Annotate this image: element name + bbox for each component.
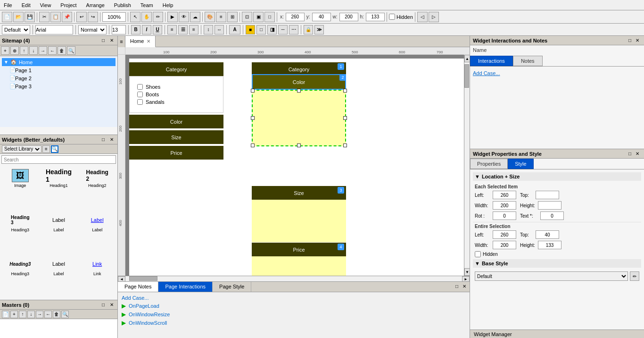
properties-maximize[interactable]: □ (626, 150, 634, 158)
masters-up[interactable]: ↑ (19, 311, 26, 318)
sitemap-page1[interactable]: 📄 Page 1 (2, 66, 116, 74)
copy-btn[interactable]: 📋 (50, 12, 61, 22)
base-style-header[interactable]: ▼ Base Style (473, 259, 641, 268)
masters-close[interactable]: ✕ (108, 301, 116, 309)
menu-help[interactable]: Help (161, 1, 175, 9)
masters-down[interactable]: ↓ (27, 311, 35, 318)
menu-view[interactable]: View (38, 1, 53, 9)
widget-image[interactable]: 🖼 Image (2, 167, 39, 210)
new-btn[interactable]: 📄 (2, 12, 12, 22)
interact-btn[interactable]: ✋ (141, 12, 152, 22)
e-left-input[interactable]: 260 (493, 230, 516, 239)
style-select[interactable]: Normal (78, 25, 107, 34)
fill-btn[interactable]: 🎨 (205, 12, 215, 22)
canvas-scroll-area[interactable]: Category Shoes (125, 55, 464, 276)
bottom-tab-notes[interactable]: Page Notes (118, 281, 158, 292)
hscroll-thumb[interactable] (129, 276, 157, 281)
on-window-scroll-item[interactable]: ▶ OnWindowScroll (122, 319, 466, 327)
menu-edit[interactable]: Edit (20, 1, 33, 9)
sitemap-down[interactable]: ↓ (29, 46, 38, 55)
vscroll-down-btn[interactable]: ▼ (464, 268, 470, 276)
left-size-btn[interactable]: Size (129, 130, 223, 144)
interactions-close[interactable]: ✕ (634, 37, 641, 44)
vscroll-up-btn[interactable]: ▲ (464, 55, 470, 62)
sitemap-page3[interactable]: 📄 Page 3 (2, 82, 116, 90)
boots-checkbox[interactable] (137, 92, 143, 97)
e-height-input[interactable]: 133 (538, 241, 561, 249)
widget-heading3b[interactable]: Heading3 Heading3 (2, 255, 39, 298)
base-style-select[interactable]: Default (475, 271, 628, 281)
right-size-header[interactable]: Size 3 (252, 186, 346, 200)
letter-spacing-btn[interactable]: ↔ (215, 25, 224, 34)
canvas-tab-home-close[interactable]: ✕ (147, 39, 150, 44)
masters-delete[interactable]: 🗑 (53, 311, 60, 318)
back-btn[interactable]: ◁ (417, 12, 428, 22)
sitemap-outdent[interactable]: ← (48, 46, 57, 55)
more2-btn[interactable]: ≫ (314, 25, 324, 34)
sitemap-add-child[interactable]: ⊕ (10, 46, 19, 55)
distribute-btn[interactable]: ⊞ (227, 12, 238, 22)
sitemap-delete[interactable]: 🗑 (58, 46, 66, 55)
masters-right[interactable]: → (36, 311, 43, 318)
vscroll-thumb[interactable] (464, 64, 469, 88)
interactions-tab[interactable]: Interactions (470, 56, 513, 66)
publish-tb-btn[interactable]: ☁ (190, 12, 200, 22)
line-height-btn[interactable]: ↕ (204, 25, 213, 34)
border-style-btn[interactable]: ─ (278, 25, 288, 34)
height-input[interactable] (538, 201, 561, 210)
play-btn[interactable]: ▶ (167, 12, 178, 22)
widget-heading3-text[interactable]: Heading 3 Heading3 (2, 211, 39, 254)
menu-file[interactable]: File (2, 1, 14, 9)
redo-btn[interactable]: ↪ (88, 12, 98, 22)
on-page-load-item[interactable]: ▶ OnPageLoad (122, 302, 466, 310)
bottom-close-btn[interactable]: ✕ (461, 283, 468, 289)
underline-btn[interactable]: U (153, 25, 162, 34)
notes-tab[interactable]: Notes (513, 56, 543, 66)
right-color-header[interactable]: Color 2 (252, 74, 346, 90)
right-price-header[interactable]: Price 4 (252, 243, 346, 256)
default-style-select[interactable]: Default (2, 25, 30, 34)
hidden-checkbox[interactable] (389, 14, 395, 20)
menu-publish[interactable]: Publish (112, 1, 133, 9)
add-case-link[interactable]: Add Case... (122, 294, 466, 302)
e-width-input[interactable]: 200 (493, 241, 516, 249)
left-color-btn[interactable]: Color (129, 115, 223, 128)
bottom-tab-interactions[interactable]: Page Interactions (158, 281, 213, 292)
library-select[interactable]: Select Library (2, 145, 41, 153)
open-btn[interactable]: 📂 (13, 12, 24, 22)
ungroup-btn[interactable]: □ (264, 12, 275, 22)
base-style-edit-btn[interactable]: ✏ (630, 271, 639, 281)
preview-btn[interactable]: 👁 (179, 12, 189, 22)
width-input[interactable]: 200 (493, 201, 516, 210)
widget-label[interactable]: Label Label (41, 211, 77, 254)
bottom-tab-style[interactable]: Page Style (213, 281, 251, 292)
on-window-resize-item[interactable]: ▶ OnWindowResize (122, 310, 466, 319)
widget-heading2-text[interactable]: Heading 2 Heading2 (79, 167, 116, 210)
align-left-btn[interactable]: ≡ (167, 25, 177, 34)
properties-close[interactable]: ✕ (634, 150, 641, 158)
menu-arrange[interactable]: Arrange (84, 1, 107, 9)
bottom-expand-btn[interactable]: □ (454, 283, 460, 289)
align-btn[interactable]: ≡ (216, 12, 226, 22)
sitemap-search[interactable]: 🔍 (67, 46, 75, 55)
sitemap-maximize[interactable]: □ (99, 37, 107, 44)
sitemap-page2[interactable]: 📄 Page 2 (2, 74, 116, 82)
undo-btn[interactable]: ↩ (76, 12, 87, 22)
widgets-maximize[interactable]: □ (99, 136, 107, 144)
group-btn[interactable]: ▣ (253, 12, 264, 22)
sitemap-close[interactable]: ✕ (108, 37, 116, 44)
more-btn[interactable]: ⋯ (289, 25, 298, 34)
widget-link[interactable]: Link Link (79, 255, 116, 298)
fill-color-btn[interactable]: ■ (246, 25, 255, 34)
menu-project[interactable]: Project (58, 1, 78, 9)
masters-add[interactable]: 📄 (2, 311, 9, 318)
paste-btn[interactable]: 📌 (62, 12, 72, 22)
canvas-tab-home[interactable]: Home ✕ (125, 36, 156, 47)
border-color-btn[interactable]: □ (256, 25, 266, 34)
masters-search[interactable]: 🔍 (61, 311, 69, 318)
menu-team[interactable]: Team (139, 1, 155, 9)
font-select[interactable] (35, 25, 73, 34)
e-top-input[interactable]: 40 (536, 230, 559, 239)
cut-btn[interactable]: ✂ (39, 12, 50, 22)
left-price-btn[interactable]: Price (129, 146, 223, 160)
